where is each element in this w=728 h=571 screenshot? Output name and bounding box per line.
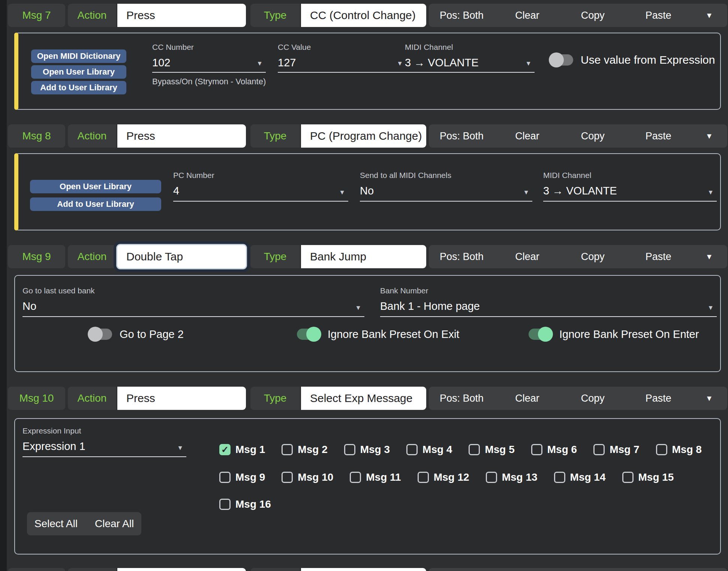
exp-msg-checkbox-label: Msg 13 <box>502 471 538 483</box>
msg10-expand-chevron-down-icon[interactable]: ▼ <box>691 394 727 403</box>
send-all-channels-select[interactable]: Send to all MIDI Channels No ▼ <box>360 171 532 202</box>
msg7-copy-button[interactable]: Copy <box>560 10 626 21</box>
msg9-copy-button[interactable]: Copy <box>560 251 626 263</box>
exp-msg-checkbox-item[interactable]: Msg 2 <box>282 444 327 456</box>
msg11-button[interactable] <box>8 568 65 571</box>
msg8-expand-chevron-down-icon[interactable]: ▼ <box>691 132 727 141</box>
exp-msg-checkbox-item[interactable]: Msg 3 <box>344 444 390 456</box>
pc-number-select[interactable]: PC Number 4 ▼ <box>173 171 348 202</box>
msg10-type-input[interactable]: Select Exp Message <box>301 387 426 410</box>
exp-msg-checkbox-item[interactable]: Msg 14 <box>554 471 606 483</box>
msg8-add-to-user-library-button[interactable]: Add to User Library <box>30 197 161 211</box>
cc-value-select[interactable]: CC Value 127 ▼ <box>278 43 406 73</box>
cc-number-select[interactable]: CC Number 102 ▼ <box>152 43 266 73</box>
exp-msg-checkbox-item[interactable]: Msg 8 <box>656 444 702 456</box>
exp-msg-checkbox-item[interactable]: Msg 5 <box>469 444 514 456</box>
msg8-clear-button[interactable]: Clear <box>494 130 560 142</box>
checkbox-unchecked-icon[interactable] <box>486 472 497 483</box>
msg7-button[interactable]: Msg 7 <box>8 4 65 27</box>
msg10-copy-button[interactable]: Copy <box>560 393 626 404</box>
open-midi-dictionary-button[interactable]: Open MIDI Dictionary <box>31 49 126 63</box>
checkbox-unchecked-icon[interactable] <box>418 472 429 483</box>
checkbox-unchecked-icon[interactable] <box>593 444 605 455</box>
expression-input-caret-icon: ▼ <box>177 444 183 452</box>
exp-msg-checkbox-item[interactable]: Msg 12 <box>418 471 469 483</box>
clear-all-button[interactable]: Clear All <box>95 518 134 530</box>
msg7-expand-chevron-down-icon[interactable]: ▼ <box>691 11 727 20</box>
msg7-clear-button[interactable]: Clear <box>494 10 560 21</box>
open-user-library-button[interactable]: Open User Library <box>31 65 126 79</box>
exp-msg-checkbox-item[interactable]: Msg 4 <box>406 444 452 456</box>
msg8-copy-button[interactable]: Copy <box>560 130 626 142</box>
exp-msg-checkbox-item[interactable]: ✓Msg 1 <box>219 444 265 456</box>
msg9-action-input[interactable]: Double Tap <box>117 245 246 268</box>
msg11-action-input[interactable] <box>117 568 246 571</box>
msg8-open-user-library-button[interactable]: Open User Library <box>30 180 161 193</box>
msg8-action-input[interactable]: Press <box>117 124 246 148</box>
go-to-last-used-bank-label: Go to last used bank <box>22 286 364 295</box>
ignore-bank-preset-on-enter-toggle[interactable] <box>529 329 552 340</box>
msg8-type-input[interactable]: PC (Program Change) <box>301 124 426 148</box>
checkbox-unchecked-icon[interactable] <box>622 472 634 483</box>
msg9-clear-button[interactable]: Clear <box>494 251 560 263</box>
go-to-page-2-toggle[interactable] <box>89 329 112 340</box>
checkbox-unchecked-icon[interactable] <box>350 472 361 483</box>
ignore-bank-preset-on-enter-group: Ignore Bank Preset On Enter <box>529 327 699 342</box>
select-all-button[interactable]: Select All <box>34 518 78 530</box>
checkbox-unchecked-icon[interactable] <box>219 499 231 510</box>
ignore-bank-preset-on-exit-group: Ignore Bank Preset On Exit <box>297 327 459 342</box>
msg7-type-input[interactable]: CC (Control Change) <box>301 4 426 27</box>
msg11-type-input[interactable] <box>301 568 426 571</box>
msg10-paste-button[interactable]: Paste <box>626 393 691 404</box>
msg7-action-input[interactable]: Press <box>117 4 246 27</box>
msg7-paste-button[interactable]: Paste <box>626 10 691 21</box>
exp-msg-checkbox-item[interactable]: Msg 6 <box>531 444 577 456</box>
msg9-button[interactable]: Msg 9 <box>8 245 65 268</box>
msg9-expand-chevron-down-icon[interactable]: ▼ <box>691 253 727 261</box>
msg8-button[interactable]: Msg 8 <box>8 124 65 148</box>
go-to-last-used-bank-select[interactable]: Go to last used bank No ▼ <box>22 286 364 317</box>
msg9-type-input[interactable]: Bank Jump <box>301 245 426 268</box>
msg10-button[interactable]: Msg 10 <box>8 387 65 410</box>
use-value-from-expression-toggle[interactable] <box>550 54 573 66</box>
msg10-action-input[interactable]: Press <box>117 387 246 410</box>
go-to-page-2-group: Go to Page 2 <box>89 327 184 342</box>
exp-msg-checkbox-label: Msg 16 <box>235 498 271 510</box>
exp-msg-checkbox-item[interactable]: Msg 10 <box>282 471 333 483</box>
exp-msg-checkbox-item[interactable]: Msg 11 <box>350 471 401 483</box>
exp-msg-checkbox-item[interactable]: Msg 15 <box>622 471 674 483</box>
checkbox-unchecked-icon[interactable] <box>656 444 667 455</box>
ignore-bank-preset-on-exit-toggle[interactable] <box>297 329 320 340</box>
exp-msg-checkbox-item[interactable]: Msg 16 <box>219 498 271 510</box>
msg10-clear-button[interactable]: Clear <box>494 393 560 404</box>
msg7-action-label: Action <box>68 4 116 27</box>
checkbox-unchecked-icon[interactable] <box>469 444 480 455</box>
msg8-midi-channel-select[interactable]: MIDI Channel 3 → VOLANTE ▼ <box>543 171 717 202</box>
msg9-paste-button[interactable]: Paste <box>626 251 691 263</box>
checkbox-unchecked-icon[interactable] <box>282 444 293 455</box>
checkbox-unchecked-icon[interactable] <box>406 444 418 455</box>
msg10-row: Msg 10 Action Press Type Select Exp Mess… <box>0 387 728 410</box>
msg7-pos-button[interactable]: Pos: Both <box>429 10 494 21</box>
expression-input-select[interactable]: Expression Input Expression 1 ▼ <box>22 426 186 457</box>
exp-msg-checkbox-item[interactable]: Msg 9 <box>219 471 265 483</box>
exp-msg-checkbox-item[interactable]: Msg 7 <box>593 444 639 456</box>
add-to-user-library-button[interactable]: Add to User Library <box>31 81 126 94</box>
msg8-pos-button[interactable]: Pos: Both <box>429 130 494 142</box>
checkbox-unchecked-icon[interactable] <box>554 472 565 483</box>
checkbox-unchecked-icon[interactable] <box>531 444 542 455</box>
exp-msg-checkbox-row-2: Msg 9Msg 10Msg 11Msg 12Msg 13Msg 14Msg 1… <box>219 471 674 484</box>
msg8-type-label: Type <box>250 124 300 148</box>
bank-number-label: Bank Number <box>380 286 717 295</box>
msg9-row: Msg 9 Action Double Tap Type Bank Jump P… <box>0 245 728 268</box>
bank-number-select[interactable]: Bank Number Bank 1 - Home page ▼ <box>380 286 717 317</box>
msg10-pos-button[interactable]: Pos: Both <box>429 393 494 404</box>
msg9-pos-button[interactable]: Pos: Both <box>429 251 494 263</box>
checkbox-unchecked-icon[interactable] <box>344 444 355 455</box>
checkbox-unchecked-icon[interactable] <box>282 472 293 483</box>
exp-msg-checkbox-item[interactable]: Msg 13 <box>486 471 538 483</box>
checkbox-unchecked-icon[interactable] <box>219 472 231 483</box>
msg8-paste-button[interactable]: Paste <box>626 130 691 142</box>
checkbox-checked-icon[interactable]: ✓ <box>219 444 231 455</box>
msg7-midi-channel-select[interactable]: MIDI Channel 3 → VOLANTE ▼ <box>405 43 535 73</box>
